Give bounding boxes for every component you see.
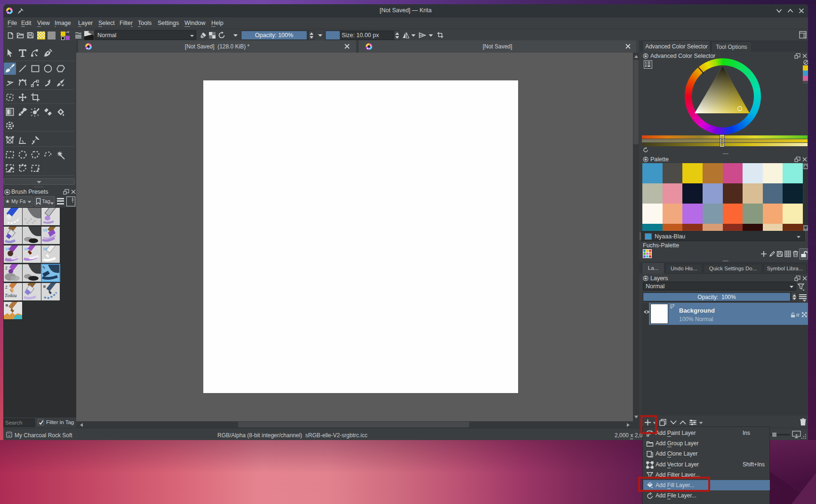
- svg-text:Σ: Σ: [5, 285, 8, 290]
- svg-text:Σ: Σ: [5, 266, 8, 270]
- svg-text:16: 16: [5, 247, 9, 251]
- svg-text:16: 16: [43, 247, 47, 251]
- svg-text:Tοikiu: Tοikiu: [5, 293, 17, 298]
- svg-text:✎: ✎: [42, 266, 46, 270]
- svg-text:16: 16: [43, 228, 47, 232]
- svg-text:16: 16: [24, 247, 28, 251]
